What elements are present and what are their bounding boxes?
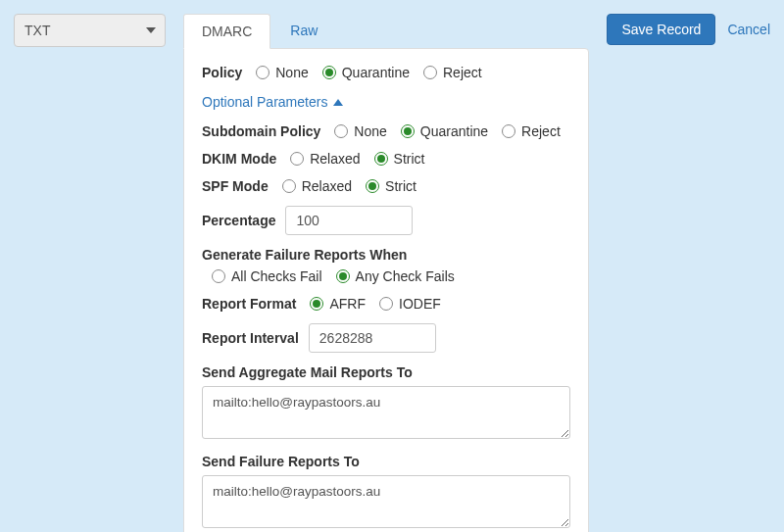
failure-reports-when-label: Generate Failure Reports When xyxy=(202,247,570,263)
record-type-select[interactable]: TXT xyxy=(14,14,166,47)
failure-all-radio[interactable]: All Checks Fail xyxy=(212,268,322,284)
policy-reject-radio[interactable]: Reject xyxy=(423,65,482,80)
radio-icon xyxy=(310,297,323,311)
dkim-strict-label: Strict xyxy=(394,151,425,167)
save-record-button[interactable]: Save Record xyxy=(607,14,715,45)
dkim-relaxed-radio[interactable]: Relaxed xyxy=(290,151,360,167)
radio-icon xyxy=(282,179,296,193)
spf-strict-radio[interactable]: Strict xyxy=(366,178,416,194)
dkim-strict-radio[interactable]: Strict xyxy=(374,151,425,167)
radio-icon xyxy=(502,124,515,138)
percentage-input[interactable] xyxy=(285,206,413,235)
failure-any-radio[interactable]: Any Check Fails xyxy=(336,268,455,284)
spf-relaxed-radio[interactable]: Relaxed xyxy=(282,178,352,194)
radio-icon xyxy=(212,269,225,283)
format-afrf-radio[interactable]: AFRF xyxy=(310,296,366,312)
format-iodef-radio[interactable]: IODEF xyxy=(379,296,441,312)
radio-icon xyxy=(366,179,379,193)
radio-icon xyxy=(290,152,304,166)
report-interval-input[interactable] xyxy=(309,323,436,353)
radio-icon xyxy=(374,152,388,166)
percentage-label: Percentage xyxy=(202,213,275,228)
aggregate-reports-textarea[interactable] xyxy=(202,386,570,439)
policy-quarantine-radio[interactable]: Quarantine xyxy=(322,65,410,80)
spf-strict-label: Strict xyxy=(385,178,416,194)
spf-mode-label: SPF Mode xyxy=(202,178,269,194)
radio-icon xyxy=(401,124,415,138)
optional-parameters-toggle[interactable]: Optional Parameters xyxy=(202,94,343,110)
subdomain-reject-radio[interactable]: Reject xyxy=(502,123,561,139)
policy-none-label: None xyxy=(275,65,308,80)
cancel-link[interactable]: Cancel xyxy=(727,22,770,37)
report-format-label: Report Format xyxy=(202,296,296,312)
policy-none-radio[interactable]: None xyxy=(256,65,308,80)
subdomain-reject-label: Reject xyxy=(521,123,561,139)
dkim-mode-label: DKIM Mode xyxy=(202,151,276,167)
radio-icon xyxy=(334,124,348,138)
policy-reject-label: Reject xyxy=(443,65,482,80)
subdomain-quarantine-label: Quarantine xyxy=(420,123,488,139)
subdomain-policy-label: Subdomain Policy xyxy=(202,123,320,139)
chevron-up-icon xyxy=(333,99,343,106)
tab-dmarc[interactable]: DMARC xyxy=(183,14,270,49)
failure-any-label: Any Check Fails xyxy=(356,268,455,284)
dkim-relaxed-label: Relaxed xyxy=(310,151,360,167)
spf-relaxed-label: Relaxed xyxy=(302,178,352,194)
radio-icon xyxy=(336,269,350,283)
radio-icon xyxy=(379,297,393,311)
format-afrf-label: AFRF xyxy=(329,296,366,312)
radio-icon xyxy=(423,66,437,79)
report-interval-label: Report Interval xyxy=(202,330,299,346)
radio-icon xyxy=(256,66,270,79)
failure-reports-to-label: Send Failure Reports To xyxy=(202,454,570,469)
format-iodef-label: IODEF xyxy=(399,296,441,312)
dmarc-panel: Policy None Quarantine Reject xyxy=(183,48,589,532)
radio-icon xyxy=(322,66,336,79)
optional-parameters-label: Optional Parameters xyxy=(202,94,327,110)
policy-label: Policy xyxy=(202,65,242,80)
failure-all-label: All Checks Fail xyxy=(231,268,322,284)
subdomain-quarantine-radio[interactable]: Quarantine xyxy=(401,123,488,139)
policy-quarantine-label: Quarantine xyxy=(342,65,410,80)
failure-reports-to-textarea[interactable] xyxy=(202,475,570,528)
subdomain-none-radio[interactable]: None xyxy=(334,123,386,139)
aggregate-reports-label: Send Aggregate Mail Reports To xyxy=(202,364,570,380)
subdomain-none-label: None xyxy=(354,123,386,139)
tab-raw[interactable]: Raw xyxy=(272,14,335,49)
